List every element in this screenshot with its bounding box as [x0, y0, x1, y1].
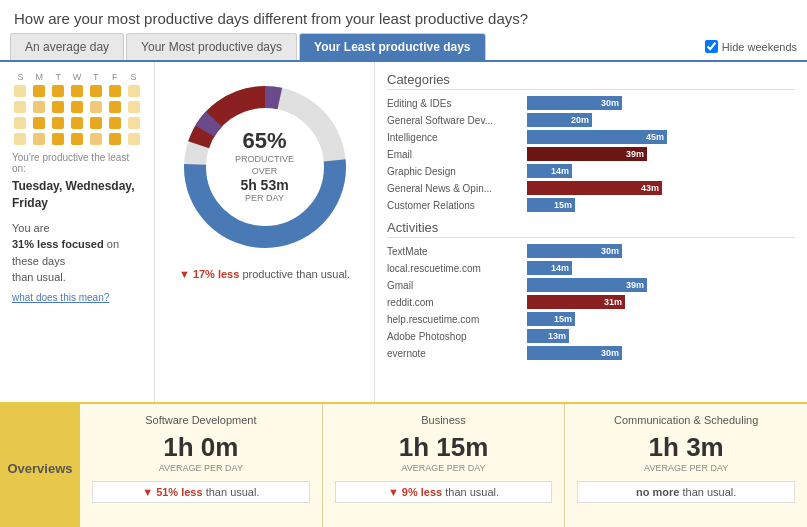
overview-sections: Software Development 1h 0m AVERAGE PER D… — [80, 404, 807, 527]
activity-bar-fill: 31m — [527, 295, 625, 309]
activity-bar-value: 15m — [554, 314, 572, 324]
activity-bar-fill: 14m — [527, 261, 572, 275]
category-label: Graphic Design — [387, 166, 527, 177]
categories-list: Editing & IDEs 30m General Software Dev.… — [387, 96, 795, 212]
category-bar-fill: 43m — [527, 181, 662, 195]
category-row: Email 39m — [387, 147, 795, 161]
left-panel: S M T W T F S — [0, 62, 155, 402]
category-bar-value: 43m — [641, 183, 659, 193]
note-highlight: 9% less — [402, 486, 442, 498]
activity-bar-fill: 39m — [527, 278, 647, 292]
donut-chart: 65% PRODUCTIVE OVER 5h 53m PER DAY — [180, 82, 350, 252]
tab-least[interactable]: Your Least productive days — [299, 33, 486, 60]
ov-time: 1h 0m — [163, 432, 238, 463]
ov-note: no more than usual. — [577, 481, 795, 503]
category-bar-track: 45m — [527, 130, 795, 144]
category-bar-fill: 14m — [527, 164, 572, 178]
tab-most[interactable]: Your Most productive days — [126, 33, 297, 60]
category-bar-track: 14m — [527, 164, 795, 178]
category-bar-value: 14m — [551, 166, 569, 176]
hide-weekends-checkbox[interactable] — [705, 40, 718, 53]
activity-bar-track: 30m — [527, 244, 795, 258]
activity-bar-track: 39m — [527, 278, 795, 292]
activity-label: help.rescuetime.com — [387, 314, 527, 325]
category-row: Editing & IDEs 30m — [387, 96, 795, 110]
productivity-note: ▼ 17% less productive than usual. — [179, 268, 350, 280]
activity-bar-fill: 13m — [527, 329, 569, 343]
focused-on-text: on — [107, 238, 119, 250]
activity-label: evernote — [387, 348, 527, 359]
activity-bar-track: 13m — [527, 329, 795, 343]
activity-row: local.rescuetime.com 14m — [387, 261, 795, 275]
category-bar-fill: 15m — [527, 198, 575, 212]
category-label: General News & Opin... — [387, 183, 527, 194]
activity-row: Adobe Photoshop 13m — [387, 329, 795, 343]
note-suffix: productive than usual. — [242, 268, 350, 280]
center-panel: 65% PRODUCTIVE OVER 5h 53m PER DAY ▼ 17%… — [155, 62, 375, 402]
category-label: Email — [387, 149, 527, 160]
note-highlight: 51% less — [156, 486, 202, 498]
activity-row: help.rescuetime.com 15m — [387, 312, 795, 326]
activity-label: local.rescuetime.com — [387, 263, 527, 274]
note-neutral: no more — [636, 486, 679, 498]
category-bar-track: 43m — [527, 181, 795, 195]
category-label: Intelligence — [387, 132, 527, 143]
stats-highlight: 31% less focused — [12, 238, 104, 250]
right-panel: Categories Editing & IDEs 30m General So… — [375, 62, 807, 402]
category-label: General Software Dev... — [387, 115, 527, 126]
ov-time: 1h 15m — [399, 432, 489, 463]
ov-avg: AVERAGE PER DAY — [159, 463, 243, 473]
activity-bar-value: 30m — [601, 348, 619, 358]
category-bar-track: 30m — [527, 96, 795, 110]
category-row: Intelligence 45m — [387, 130, 795, 144]
activity-row: reddit.com 31m — [387, 295, 795, 309]
category-bar-value: 30m — [601, 98, 619, 108]
ov-section-title: Software Development — [145, 414, 256, 426]
down-arrow-icon: ▼ — [142, 486, 153, 498]
ov-note: ▼ 9% less than usual. — [335, 481, 553, 503]
category-bar-fill: 20m — [527, 113, 592, 127]
activity-row: evernote 30m — [387, 346, 795, 360]
activities-title: Activities — [387, 220, 795, 238]
category-bar-value: 20m — [571, 115, 589, 125]
tab-bar: An average day Your Most productive days… — [0, 33, 807, 62]
category-bar-value: 45m — [646, 132, 664, 142]
tab-average[interactable]: An average day — [10, 33, 124, 60]
category-row: Customer Relations 15m — [387, 198, 795, 212]
categories-title: Categories — [387, 72, 795, 90]
overview-section-2: Communication & Scheduling 1h 3m AVERAGE… — [565, 404, 807, 527]
activity-bar-value: 14m — [551, 263, 569, 273]
donut-time: 5h 53m — [222, 178, 307, 194]
category-row: General Software Dev... 20m — [387, 113, 795, 127]
activity-row: TextMate 30m — [387, 244, 795, 258]
content-area: S M T W T F S — [0, 62, 807, 402]
ov-avg: AVERAGE PER DAY — [644, 463, 728, 473]
category-bar-track: 20m — [527, 113, 795, 127]
category-bar-value: 15m — [554, 200, 572, 210]
what-link[interactable]: what does this mean? — [12, 292, 142, 303]
activity-label: reddit.com — [387, 297, 527, 308]
activity-bar-track: 31m — [527, 295, 795, 309]
calendar-grid: S M T W T F S — [12, 72, 142, 146]
activity-row: Gmail 39m — [387, 278, 795, 292]
category-bar-fill: 30m — [527, 96, 622, 110]
donut-per-day: PER DAY — [222, 194, 307, 206]
note-percent: 17% less — [193, 268, 239, 280]
hide-weekends-control: Hide weekends — [705, 40, 797, 53]
activity-bar-track: 15m — [527, 312, 795, 326]
activity-bar-value: 13m — [548, 331, 566, 341]
ov-avg: AVERAGE PER DAY — [401, 463, 485, 473]
activity-bar-fill: 15m — [527, 312, 575, 326]
donut-productive-label: PRODUCTIVE OVER — [222, 154, 307, 177]
category-label: Editing & IDEs — [387, 98, 527, 109]
category-bar-fill: 39m — [527, 147, 647, 161]
category-bar-fill: 45m — [527, 130, 667, 144]
category-label: Customer Relations — [387, 200, 527, 211]
activity-bar-track: 30m — [527, 346, 795, 360]
stats-text: You are 31% less focused on these days t… — [12, 220, 142, 286]
activity-bar-track: 14m — [527, 261, 795, 275]
hide-weekends-label: Hide weekends — [722, 41, 797, 53]
ov-note: ▼ 51% less than usual. — [92, 481, 310, 503]
activity-bar-fill: 30m — [527, 346, 622, 360]
overview-section-0: Software Development 1h 0m AVERAGE PER D… — [80, 404, 323, 527]
